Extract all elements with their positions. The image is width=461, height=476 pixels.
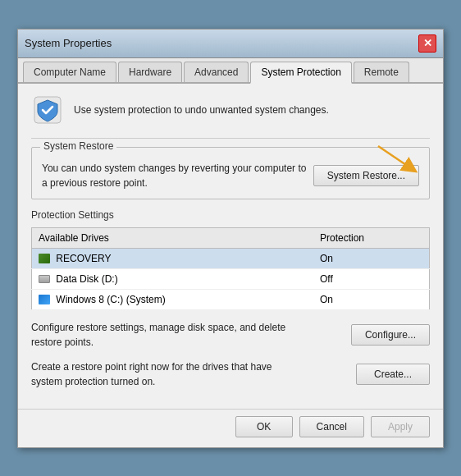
system-restore-text: You can undo system changes by reverting… — [42, 161, 313, 190]
drives-table: Available Drives Protection RECOVERY On … — [31, 227, 430, 310]
col-drives: Available Drives — [32, 227, 313, 248]
configure-text: Configure restore settings, manage disk … — [31, 320, 302, 350]
tab-computer-name[interactable]: Computer Name — [23, 62, 116, 82]
tab-system-protection[interactable]: System Protection — [250, 62, 351, 84]
system-restore-button-container: System Restore... — [313, 165, 419, 186]
system-properties-window: System Properties ✕ Computer Name Hardwa… — [17, 29, 444, 448]
drive-protection: On — [313, 248, 430, 268]
drive-protection: Off — [313, 268, 430, 289]
configure-button[interactable]: Configure... — [351, 324, 430, 346]
recovery-drive-icon — [39, 254, 50, 263]
separator-1 — [31, 138, 430, 139]
header-section: Use system protection to undo unwanted s… — [31, 94, 430, 126]
drive-name: Data Disk (D:) — [32, 268, 313, 289]
bottom-button-bar: OK Cancel Apply — [18, 409, 443, 447]
window-title: System Properties — [25, 37, 112, 49]
windows-drive-icon — [39, 295, 50, 304]
tab-content: Use system protection to undo unwanted s… — [18, 84, 443, 409]
create-text: Create a restore point right now for the… — [31, 359, 302, 389]
tab-advanced[interactable]: Advanced — [184, 62, 249, 82]
system-restore-section: System Restore You can undo system chang… — [31, 147, 430, 199]
col-protection: Protection — [313, 227, 430, 248]
tab-hardware[interactable]: Hardware — [118, 62, 182, 82]
table-row[interactable]: Data Disk (D:) Off — [32, 268, 430, 289]
create-row: Create a restore point right now for the… — [31, 359, 430, 389]
drive-name: Windows 8 (C:) (System) — [32, 289, 313, 309]
close-button[interactable]: ✕ — [418, 34, 436, 53]
apply-button[interactable]: Apply — [371, 416, 430, 437]
shield-icon — [31, 94, 64, 126]
drive-name: RECOVERY — [32, 248, 313, 268]
hdd-drive-icon — [39, 275, 50, 283]
drive-protection: On — [313, 289, 430, 309]
create-button[interactable]: Create... — [356, 364, 430, 385]
ok-button[interactable]: OK — [235, 416, 293, 437]
system-restore-inner: You can undo system changes by reverting… — [42, 156, 419, 190]
title-bar: System Properties ✕ — [18, 30, 443, 58]
system-restore-label: System Restore — [40, 140, 116, 152]
tab-bar: Computer Name Hardware Advanced System P… — [18, 58, 443, 84]
protection-settings-label: Protection Settings — [31, 209, 430, 221]
table-row[interactable]: RECOVERY On — [32, 248, 430, 268]
tab-remote[interactable]: Remote — [354, 62, 409, 82]
cancel-button[interactable]: Cancel — [299, 416, 364, 437]
table-row[interactable]: Windows 8 (C:) (System) On — [32, 289, 430, 309]
header-description: Use system protection to undo unwanted s… — [74, 104, 329, 116]
configure-row: Configure restore settings, manage disk … — [31, 320, 430, 350]
system-restore-button[interactable]: System Restore... — [313, 165, 419, 186]
